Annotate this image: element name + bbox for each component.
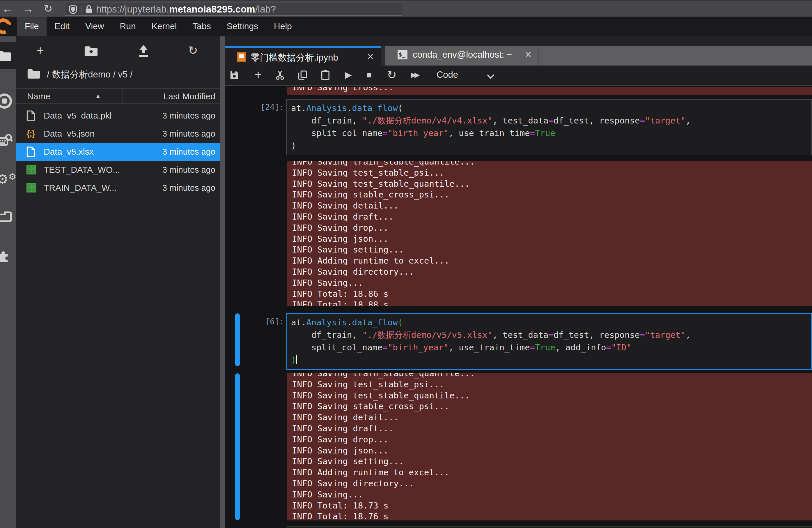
browser-reload-icon[interactable]: ↻: [44, 1, 53, 17]
output-area-24: INFO Saving train_stable_quantile... INF…: [287, 161, 812, 306]
tab-title: 零门槛数据分析.ipynb: [251, 52, 338, 64]
save-button[interactable]: [225, 66, 244, 85]
browser-back-icon[interactable]: ←: [2, 1, 13, 17]
menu-item-edit[interactable]: Edit: [46, 17, 77, 37]
next-cell-edge: [287, 526, 812, 528]
layout-panel-icon: [0, 211, 12, 222]
sidebar-item-notebook-tools[interactable]: [0, 203, 16, 230]
close-icon[interactable]: ×: [367, 51, 374, 63]
menu-item-help[interactable]: Help: [266, 17, 300, 37]
file-name: Data_v5_data.pkl: [44, 111, 112, 120]
menu-item-view[interactable]: View: [77, 17, 112, 37]
sidebar-item-file-browser[interactable]: [0, 42, 16, 69]
run-button[interactable]: ▶: [339, 66, 358, 85]
menu-item-kernel[interactable]: Kernel: [144, 17, 185, 37]
file-modified: 3 minutes ago: [162, 183, 215, 193]
notebook-file-icon: [237, 52, 246, 62]
output-text: INFO Saving cross...: [287, 87, 812, 93]
inspector-icon: [0, 133, 13, 147]
refresh-button[interactable]: ↻: [184, 43, 202, 59]
file-browser-panel: + ↻ / 数据分析demo / v5 / Name ▲ Last Modifi…: [16, 37, 220, 528]
lock-icon: [85, 5, 92, 14]
sort-ascending-icon[interactable]: ▲: [95, 92, 101, 99]
browser-toolbar: ← → ↻ https://jupyterlab.metanoia8295.co…: [0, 0, 812, 17]
output-text: INFO Saving train_stable_quantile... INF…: [287, 161, 812, 306]
address-bar[interactable]: https://jupyterlab.metanoia8295.com/lab?: [64, 3, 402, 16]
file-name: TEST_DATA_WO...: [44, 165, 120, 175]
breadcrumb[interactable]: / 数据分析demo / v5 /: [16, 66, 220, 85]
new-launcher-button[interactable]: +: [31, 43, 49, 59]
add-cell-button[interactable]: +: [249, 66, 267, 85]
file-row[interactable]: TRAIN_DATA_W...3 minutes ago: [16, 179, 220, 197]
sidebar-item-settings[interactable]: ⚙⚙: [0, 166, 16, 192]
file-list: Data_v5_data.pkl3 minutes ago{:}Data_v5.…: [16, 106, 220, 197]
notebook-scroll-area[interactable]: INFO Saving cross... [24]: at.Analysis.d…: [225, 86, 812, 528]
gears-icon: ⚙⚙: [0, 171, 16, 187]
menu-item-settings[interactable]: Settings: [219, 17, 266, 37]
cell-type-dropdown[interactable]: Code: [429, 70, 466, 80]
sidebar-item-inspector[interactable]: [0, 127, 16, 154]
chevron-down-icon[interactable]: [487, 71, 494, 79]
sidebar-item-running-kernels[interactable]: [0, 88, 16, 114]
notebook-toolbar: + ▶ ■ ↻ ▶▶ Code: [225, 66, 812, 86]
spreadsheet-icon: [27, 165, 36, 174]
restart-run-all-button[interactable]: ▶▶: [405, 66, 424, 85]
input-prompt: [24]:: [225, 102, 284, 112]
file-modified: 3 minutes ago: [162, 129, 215, 139]
code-cell-24[interactable]: at.Analysis.data_flow( df_train, "./数据分析…: [286, 99, 812, 155]
clipped-output-strip: INFO Saving cross...: [287, 87, 812, 95]
terminal-icon: $_: [397, 50, 407, 59]
file-row[interactable]: Data_v5_data.pkl3 minutes ago: [16, 106, 220, 125]
tab-separator: [381, 46, 385, 66]
file-name: Data_v5.xlsx: [44, 147, 94, 157]
tab-notebook[interactable]: 零门槛数据分析.ipynb ×: [225, 46, 381, 66]
activity-bar: ⚙⚙: [0, 37, 16, 528]
copy-button[interactable]: [293, 66, 312, 85]
output-area-6: INFO Saving train_stable_quantile... INF…: [287, 373, 812, 520]
input-prompt: [6]:: [225, 317, 284, 326]
close-icon[interactable]: ×: [525, 48, 532, 61]
new-folder-button[interactable]: [82, 43, 100, 59]
code-cell-6-active[interactable]: at.Analysis.data_flow( df_train, "./数据分析…: [286, 313, 812, 370]
restart-kernel-button[interactable]: ↻: [382, 66, 401, 85]
column-header-modified[interactable]: Last Modified: [163, 91, 215, 101]
tab-title: conda_env@localhost: ~: [413, 49, 512, 60]
upload-button[interactable]: [134, 43, 153, 59]
cut-button[interactable]: [271, 66, 289, 85]
folder-icon: [27, 69, 41, 79]
output-text: INFO Saving train_stable_quantile... INF…: [287, 373, 812, 520]
spreadsheet-icon: [27, 183, 36, 192]
tab-terminal[interactable]: $_ conda_env@localhost: ~ ×: [385, 46, 539, 66]
puzzle-icon: [0, 249, 12, 263]
tab-bar: 零门槛数据分析.ipynb × $_ conda_env@localhost: …: [225, 46, 812, 66]
stop-button[interactable]: ■: [360, 66, 378, 85]
file-row[interactable]: Data_v5.xlsx3 minutes ago: [16, 143, 220, 161]
file-row[interactable]: {:}Data_v5.json3 minutes ago: [16, 125, 220, 143]
column-header-name[interactable]: Name: [27, 91, 50, 101]
file-list-header: Name ▲ Last Modified: [16, 88, 220, 104]
menu-item-tabs[interactable]: Tabs: [185, 17, 219, 37]
main-dock-panel: 零门槛数据分析.ipynb × $_ conda_env@localhost: …: [225, 37, 812, 528]
sidebar-item-extensions[interactable]: [0, 242, 16, 269]
breadcrumb-path: / 数据分析demo / v5 /: [47, 69, 133, 81]
menu-item-run[interactable]: Run: [112, 17, 144, 37]
shield-icon[interactable]: [69, 4, 77, 14]
output-collapser[interactable]: [235, 373, 240, 520]
file-name: Data_v5.json: [44, 129, 95, 139]
url-text: https://jupyterlab.metanoia8295.com/lab?: [96, 4, 276, 15]
menu-item-file[interactable]: File: [17, 17, 46, 37]
file-modified: 3 minutes ago: [162, 147, 215, 157]
jupyterlab-menu-bar: FileEditViewRunKernelTabsSettingsHelp: [0, 17, 812, 37]
file-name: TRAIN_DATA_W...: [44, 183, 117, 193]
url-divider: [81, 5, 82, 13]
paste-button[interactable]: [316, 66, 335, 85]
app-logo-icon: [0, 16, 13, 36]
column-divider: [122, 89, 122, 103]
browser-forward-icon[interactable]: →: [22, 1, 34, 17]
file-row[interactable]: TEST_DATA_WO...3 minutes ago: [16, 161, 220, 179]
file-modified: 3 minutes ago: [162, 165, 215, 175]
running-kernels-icon: [0, 93, 12, 109]
file-icon: [27, 110, 35, 121]
menu-items: FileEditViewRunKernelTabsSettingsHelp: [17, 17, 300, 37]
panel-resize-handle[interactable]: [220, 37, 225, 528]
